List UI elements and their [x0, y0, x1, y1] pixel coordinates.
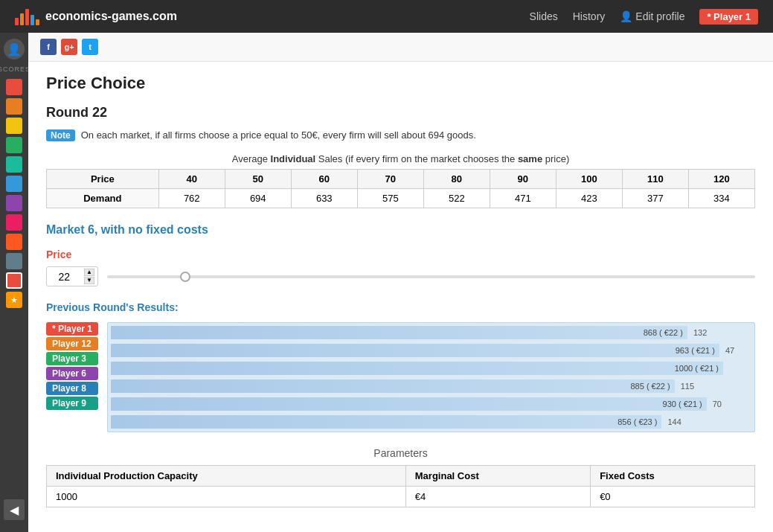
price-input[interactable] [51, 271, 81, 283]
demand-694: 694 [225, 189, 291, 208]
note-box: Note On each market, if all firms choose… [46, 129, 755, 141]
params-val-fixed: €0 [591, 487, 755, 507]
params-values-row: 1000 €4 €0 [47, 487, 755, 507]
player-tag-8: Player 8 [46, 382, 98, 395]
slides-link[interactable]: Slides [530, 10, 558, 22]
facebook-button[interactable]: f [40, 39, 57, 55]
player-tag-9: Player 9 [46, 397, 98, 410]
col-50: 50 [225, 170, 291, 189]
scores-label: SCORES [0, 65, 31, 73]
sidebar-color-4[interactable] [6, 137, 22, 153]
col-110: 110 [622, 170, 688, 189]
prev-results-label: Previous Round's Results: [46, 301, 755, 313]
note-badge: Note [46, 129, 75, 141]
person-icon: 👤 [620, 10, 632, 22]
table-demand-row: Demand 762 694 633 575 522 471 423 377 3… [47, 189, 755, 208]
slider-row: ▲ ▼ [46, 266, 755, 286]
chart-row-3: 1000 ( €21 ) [108, 360, 754, 376]
price-demand-table: Price 40 50 60 70 80 90 100 110 120 [46, 169, 755, 208]
col-price: Price [47, 170, 159, 189]
chart-num-2: 47 [725, 346, 748, 355]
price-slider-thumb[interactable] [180, 272, 190, 282]
price-section: Price ▲ ▼ [46, 249, 755, 286]
main-content: f g+ t Price Choice Round 22 Note On eac… [28, 33, 773, 532]
player-tag-12: Player 12 [46, 337, 98, 350]
google-plus-button[interactable]: g+ [61, 39, 77, 55]
player-names-col: * Player 1 Player 12 Player 3 Player 6 P… [46, 322, 98, 432]
user-avatar: 👤 [4, 39, 25, 60]
edit-profile-link[interactable]: 👤 Edit profile [620, 10, 684, 22]
sidebar-color-8[interactable] [6, 214, 22, 231]
price-label: Price [46, 249, 755, 260]
results-grid: * Player 1 Player 12 Player 3 Player 6 P… [46, 322, 755, 432]
params-val-marginal: €4 [405, 487, 590, 507]
page-content: Price Choice Round 22 Note On each marke… [28, 62, 773, 519]
chart-bar-2: 963 ( €21 ) [111, 344, 719, 357]
params-col-marginal: Marginal Cost [405, 466, 590, 487]
row-demand-label: Demand [47, 189, 159, 208]
demand-471: 471 [490, 189, 556, 208]
twitter-button[interactable]: t [82, 39, 98, 55]
price-slider-track[interactable] [107, 275, 755, 278]
params-header-row: Individual Production Capacity Marginal … [47, 466, 755, 487]
table-header-row: Price 40 50 60 70 80 90 100 110 120 [47, 170, 755, 189]
player-tag-6: Player 6 [46, 367, 98, 380]
col-90: 90 [490, 170, 556, 189]
sidebar-color-star[interactable] [6, 272, 22, 289]
demand-377: 377 [622, 189, 688, 208]
layout: 👤 SCORES ★ ◀ f g+ t Price Choice Round 2… [0, 33, 773, 532]
chart-row-4: 885 ( €22 ) 115 [108, 378, 754, 394]
params-col-capacity: Individual Production Capacity [47, 466, 406, 487]
sidebar-color-1[interactable] [6, 79, 22, 95]
player-badge: * Player 1 [699, 9, 758, 25]
chart-num-6: 144 [667, 417, 690, 426]
chart-bar-1: 868 ( €22 ) [111, 326, 687, 339]
demand-633: 633 [291, 189, 357, 208]
col-100: 100 [556, 170, 622, 189]
parameters-table: Individual Production Capacity Marginal … [46, 465, 755, 507]
col-70: 70 [357, 170, 423, 189]
sidebar: 👤 SCORES ★ ◀ [0, 33, 28, 532]
player-tag-3: Player 3 [46, 352, 98, 365]
chart-bar-4: 885 ( €22 ) [111, 379, 675, 393]
sidebar-back-button[interactable]: ◀ [4, 499, 25, 520]
col-80: 80 [423, 170, 490, 189]
sidebar-color-11[interactable]: ★ [6, 292, 22, 308]
page-title: Price Choice [46, 74, 755, 93]
note-text: On each market, if all firms choose a pr… [81, 129, 476, 141]
sidebar-color-9[interactable] [6, 234, 22, 250]
spin-down-button[interactable]: ▼ [84, 277, 94, 284]
params-title: Parameters [46, 447, 755, 459]
price-demand-section: Average Individual Sales (if every firm … [46, 153, 755, 208]
chart-num-5: 70 [713, 400, 735, 408]
parameters-section: Parameters Individual Production Capacit… [46, 447, 755, 507]
logo-text: economics-games.com [45, 10, 177, 23]
demand-575: 575 [357, 189, 423, 208]
price-spinners: ▲ ▼ [84, 269, 94, 284]
demand-334: 334 [688, 189, 754, 208]
sidebar-color-10[interactable] [6, 253, 22, 269]
table-label: Average Individual Sales (if every firm … [46, 153, 755, 164]
logo-icon [15, 7, 39, 25]
params-val-capacity: 1000 [47, 487, 406, 507]
price-input-box[interactable]: ▲ ▼ [46, 266, 98, 286]
chart-row-6: 856 ( €23 ) 144 [108, 414, 754, 430]
market-header: Market 6, with no fixed costs [46, 223, 755, 237]
chart-row-1: 868 ( €22 ) 132 [108, 324, 754, 341]
chart-num-4: 115 [681, 382, 703, 391]
chart-row-2: 963 ( €21 ) 47 [108, 342, 754, 359]
sidebar-color-5[interactable] [6, 156, 22, 173]
col-120: 120 [688, 170, 754, 189]
params-col-fixed: Fixed Costs [591, 466, 755, 487]
chart-bar-6: 856 ( €23 ) [111, 415, 661, 429]
spin-up-button[interactable]: ▲ [84, 269, 94, 276]
sidebar-color-6[interactable] [6, 176, 22, 192]
chart-bar-3: 1000 ( €21 ) [111, 362, 723, 375]
sidebar-color-7[interactable] [6, 195, 22, 211]
top-nav: economics-games.com Slides History 👤 Edi… [0, 0, 773, 33]
history-link[interactable]: History [573, 10, 606, 22]
chart-bar-5: 930 ( €21 ) [111, 397, 707, 411]
sidebar-color-3[interactable] [6, 118, 22, 134]
chart-row-5: 930 ( €21 ) 70 [108, 396, 754, 412]
sidebar-color-2[interactable] [6, 98, 22, 115]
